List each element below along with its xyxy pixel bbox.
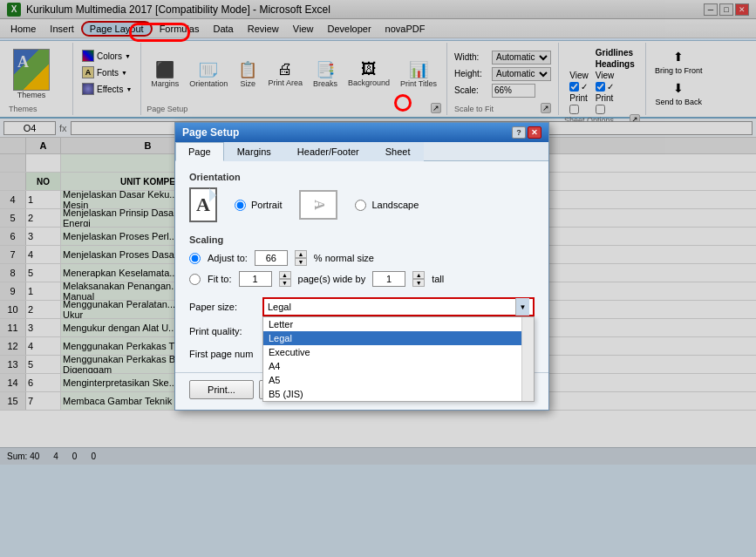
landscape-icon: A xyxy=(299,190,337,220)
tall-suffix: tall xyxy=(432,274,444,284)
adjust-suffix: % normal size xyxy=(314,253,374,263)
paper-size-dropdown[interactable]: Legal ▼ xyxy=(262,297,535,316)
fit-pages-spinner[interactable]: ▲ ▼ xyxy=(279,271,291,287)
paper-option-b5jis[interactable]: B5 (JIS) xyxy=(263,387,534,401)
paper-size-value: Legal xyxy=(268,302,291,312)
dialog-title-buttons: ? ✕ xyxy=(512,126,541,139)
adjust-to-radio[interactable] xyxy=(189,253,201,264)
paper-size-dropdown-container: Legal ▼ Letter Legal Executive A4 A5 B5 … xyxy=(262,297,535,316)
portrait-radio-label[interactable]: Portrait xyxy=(235,200,282,211)
page-setup-dialog: Page Setup ? ✕ Page Margins Header/Foote… xyxy=(174,122,549,411)
paper-option-a5[interactable]: A5 xyxy=(263,373,534,387)
paper-size-row: Paper size: Legal ▼ Letter Legal Executi… xyxy=(189,297,535,316)
dialog-close-btn[interactable]: ✕ xyxy=(528,126,541,139)
landscape-radio-label[interactable]: Landscape xyxy=(355,200,419,211)
scaling-section-label: Scaling xyxy=(189,234,535,245)
adjust-spinner[interactable]: ▲ ▼ xyxy=(295,250,307,266)
spin-up-3[interactable]: ▲ xyxy=(412,271,425,279)
portrait-icon: A xyxy=(189,187,217,222)
print-btn[interactable]: Print... xyxy=(189,380,254,399)
paper-size-label: Paper size: xyxy=(189,302,255,312)
spin-up-2[interactable]: ▲ xyxy=(279,271,291,279)
dialog-tabs: Page Margins Header/Footer Sheet xyxy=(175,142,548,161)
fit-tall-spinner[interactable]: ▲ ▼ xyxy=(412,271,425,287)
dialog-body: Orientation A Portrait A Landscape Scali… xyxy=(175,161,548,372)
fit-to-label: Fit to: xyxy=(208,274,232,284)
dialog-title-bar: Page Setup ? ✕ xyxy=(175,123,548,142)
dialog-tab-header-footer[interactable]: Header/Footer xyxy=(284,142,372,161)
paper-size-arrow[interactable]: ▼ xyxy=(515,298,529,316)
paper-option-letter[interactable]: Letter xyxy=(263,317,534,331)
fit-suffix: page(s) wide by xyxy=(298,274,366,284)
adjust-to-label: Adjust to: xyxy=(208,253,248,263)
adjust-value-input[interactable] xyxy=(255,250,288,266)
landscape-label: Landscape xyxy=(371,200,419,210)
paper-size-list: Letter Legal Executive A4 A5 B5 (JIS) xyxy=(262,316,535,402)
fit-tall-input[interactable] xyxy=(372,271,405,287)
fit-pages-input[interactable] xyxy=(239,271,272,287)
paper-option-a4[interactable]: A4 xyxy=(263,359,534,373)
dialog-tab-sheet[interactable]: Sheet xyxy=(372,142,424,161)
landscape-radio[interactable] xyxy=(355,200,366,211)
orientation-row: A Portrait A Landscape xyxy=(189,187,535,222)
spin-down-2[interactable]: ▼ xyxy=(279,279,291,287)
dialog-help-btn[interactable]: ? xyxy=(512,126,526,139)
dialog-tab-page[interactable]: Page xyxy=(175,142,224,161)
paper-option-legal[interactable]: Legal xyxy=(263,331,534,345)
print-quality-label: Print quality: xyxy=(189,326,255,336)
spin-up[interactable]: ▲ xyxy=(295,250,307,258)
dialog-tab-margins[interactable]: Margins xyxy=(224,142,284,161)
fit-to-radio[interactable] xyxy=(189,274,201,285)
dropdown-scrollbar[interactable] xyxy=(521,317,534,401)
portrait-label: Portrait xyxy=(251,200,282,210)
dialog-title-text: Page Setup xyxy=(182,126,239,139)
paper-option-executive[interactable]: Executive xyxy=(263,345,534,359)
spin-down-3[interactable]: ▼ xyxy=(412,279,425,287)
first-page-label: First page num xyxy=(189,349,255,359)
spin-down[interactable]: ▼ xyxy=(295,258,307,266)
orientation-section-label: Orientation xyxy=(189,172,535,182)
scaling-section: Adjust to: ▲ ▼ % normal size Fit to: ▲ ▼… xyxy=(189,250,535,287)
portrait-radio[interactable] xyxy=(235,200,246,211)
